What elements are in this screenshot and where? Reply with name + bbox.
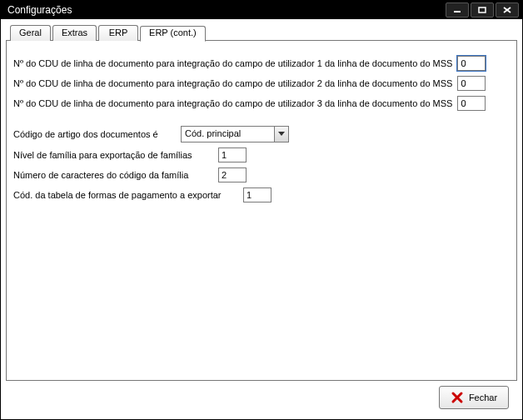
input-cdu2[interactable] [457,76,486,91]
window: Configurações Geral Extras ERP ERP (cont… [0,0,523,420]
combo-codigo-artigo[interactable]: Cód. principal [181,126,289,142]
row-nivel-familia: Nível de família para exportação de famí… [13,148,510,162]
svg-rect-1 [479,8,486,12]
label-nivel-familia: Nível de família para exportação de famí… [13,150,213,160]
window-controls [446,2,519,18]
label-cod-tabela: Cód. da tabela de formas de pagamento a … [13,190,238,200]
row-codigo-artigo: Código de artigo dos documentos é Cód. p… [13,126,510,142]
form: Nº do CDU de linha de documento para int… [13,56,510,202]
titlebar: Configurações [1,1,522,19]
row-cod-tabela: Cód. da tabela de formas de pagamento a … [13,188,510,202]
close-button[interactable]: Fechar [439,386,509,409]
tab-panel: Geral Extras ERP ERP (cont.) Nº do CDU d… [6,40,517,381]
tab-strip: Geral Extras ERP ERP (cont.) [10,25,207,41]
close-icon [451,391,464,404]
label-cdu2: Nº do CDU de linha de documento para int… [13,78,452,88]
tab-erp[interactable]: ERP [98,25,138,41]
svg-rect-0 [454,11,461,12]
close-button-label: Fechar [469,392,497,402]
chevron-down-icon [274,127,288,142]
row-cdu1: Nº do CDU de linha de documento para int… [13,56,510,71]
label-codigo-artigo: Código de artigo dos documentos é [13,129,176,139]
minimize-button[interactable] [446,2,469,18]
input-cdu3[interactable] [457,96,486,111]
input-num-caracteres[interactable] [218,168,247,182]
label-cdu1: Nº do CDU de linha de documento para int… [13,58,452,68]
tab-extras[interactable]: Extras [52,25,97,41]
input-cdu1[interactable] [457,56,486,71]
maximize-button[interactable] [471,2,494,18]
combo-codigo-artigo-text: Cód. principal [182,127,274,142]
footer: Fechar [6,381,517,414]
row-cdu2: Nº do CDU de linha de documento para int… [13,76,510,91]
tab-geral[interactable]: Geral [10,25,51,41]
row-cdu3: Nº do CDU de linha de documento para int… [13,96,510,111]
label-cdu3: Nº do CDU de linha de documento para int… [13,98,452,108]
client-area: Geral Extras ERP ERP (cont.) Nº do CDU d… [1,19,522,419]
label-num-caracteres: Número de caracteres do código da famíli… [13,170,213,180]
input-nivel-familia[interactable] [218,148,247,162]
row-num-caracteres: Número de caracteres do código da famíli… [13,168,510,182]
close-window-button[interactable] [496,2,519,18]
tab-erp-cont[interactable]: ERP (cont.) [140,26,206,42]
input-cod-tabela[interactable] [243,188,271,202]
window-title: Configurações [7,4,446,16]
